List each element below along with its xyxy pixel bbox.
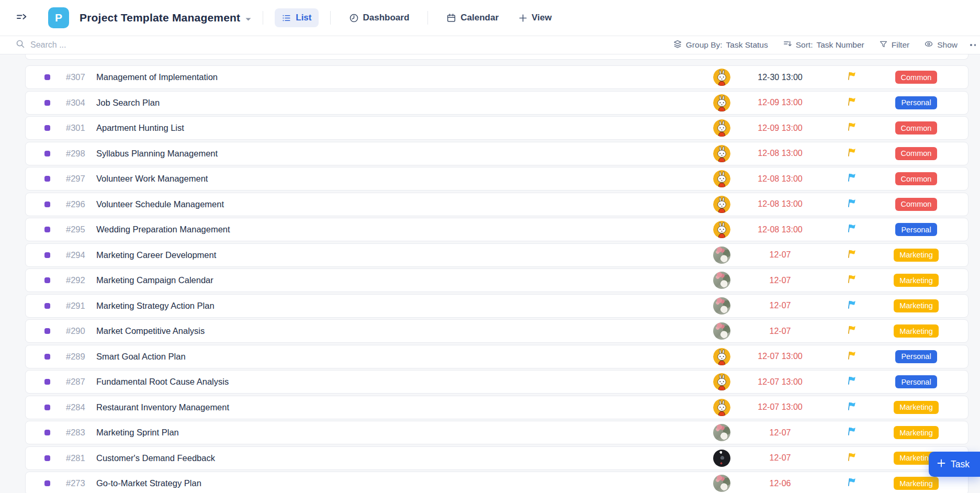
assignee-avatar[interactable] bbox=[713, 94, 730, 111]
priority-flag-icon[interactable] bbox=[848, 97, 857, 108]
priority-flag-icon[interactable] bbox=[848, 148, 857, 159]
show-button[interactable]: Show bbox=[924, 39, 958, 51]
task-name[interactable]: Customer's Demand Feedback bbox=[96, 453, 710, 463]
sort-button[interactable]: Sort: Task Number bbox=[783, 39, 864, 51]
priority-flag-icon[interactable] bbox=[848, 173, 857, 184]
due-date[interactable]: 12-08 13:00 bbox=[733, 149, 827, 158]
task-row[interactable]: #291 Marketing Strategy Action Plan 12-0… bbox=[25, 294, 968, 318]
task-row[interactable]: #307 Management of Implementation 12-30 … bbox=[25, 65, 968, 89]
task-row[interactable]: #294 Marketing Career Development 12-07 … bbox=[25, 243, 968, 267]
priority-flag-icon[interactable] bbox=[848, 275, 857, 286]
due-date[interactable]: 12-07 bbox=[733, 428, 827, 438]
due-date[interactable]: 12-09 13:00 bbox=[733, 98, 827, 107]
tag-badge[interactable]: Common bbox=[895, 172, 938, 185]
task-name[interactable]: Volunteer Schedule Management bbox=[96, 199, 710, 209]
tag-badge[interactable]: Marketing bbox=[894, 426, 939, 439]
assignee-avatar[interactable] bbox=[713, 221, 730, 238]
task-row[interactable]: #273 Go-to-Market Strategy Plan 12-06 Ma… bbox=[25, 472, 968, 493]
task-name[interactable]: Marketing Strategy Action Plan bbox=[96, 301, 710, 311]
task-row[interactable]: #296 Volunteer Schedule Management 12-08… bbox=[25, 193, 968, 216]
task-name[interactable]: Wedding Preparation Management bbox=[96, 225, 710, 234]
tag-badge[interactable]: Common bbox=[895, 147, 938, 160]
status-square[interactable] bbox=[44, 201, 50, 207]
add-view-button[interactable]: View bbox=[512, 8, 558, 27]
assignee-avatar[interactable] bbox=[713, 424, 730, 441]
assignee-avatar[interactable] bbox=[713, 399, 730, 416]
project-title-dropdown[interactable]: Project Template Management bbox=[80, 12, 251, 24]
priority-flag-icon[interactable] bbox=[848, 250, 857, 261]
task-row[interactable]: #283 Marketing Sprint Plan 12-07 Marketi… bbox=[25, 421, 968, 444]
tag-badge[interactable]: Marketing bbox=[894, 324, 939, 338]
tab-list[interactable]: List bbox=[275, 8, 318, 27]
assignee-avatar[interactable] bbox=[713, 348, 730, 365]
tag-badge[interactable]: Personal bbox=[895, 223, 937, 236]
task-row[interactable]: #304 Job Search Plan 12-09 13:00 Persona… bbox=[25, 91, 968, 115]
task-name[interactable]: Restaurant Inventory Management bbox=[96, 402, 710, 412]
status-square[interactable] bbox=[44, 354, 50, 360]
add-task-button[interactable]: Task bbox=[929, 452, 980, 477]
assignee-avatar[interactable] bbox=[713, 246, 730, 264]
task-name[interactable]: Marketing Sprint Plan bbox=[96, 428, 710, 438]
tag-badge[interactable]: Marketing bbox=[894, 477, 939, 490]
assignee-avatar[interactable] bbox=[713, 69, 730, 86]
tag-badge[interactable]: Marketing bbox=[894, 249, 939, 262]
priority-flag-icon[interactable] bbox=[848, 402, 857, 413]
tag-badge[interactable]: Personal bbox=[895, 375, 937, 388]
due-date[interactable]: 12-07 bbox=[733, 453, 827, 463]
due-date[interactable]: 12-08 13:00 bbox=[733, 199, 827, 209]
due-date[interactable]: 12-08 13:00 bbox=[733, 174, 827, 184]
tag-badge[interactable]: Personal bbox=[895, 96, 937, 109]
priority-flag-icon[interactable] bbox=[848, 453, 857, 464]
task-name[interactable]: Fundamental Root Cause Analysis bbox=[96, 377, 710, 387]
status-square[interactable] bbox=[44, 303, 50, 309]
task-name[interactable]: Apartment Hunting List bbox=[96, 123, 710, 133]
tag-badge[interactable]: Marketing bbox=[894, 401, 939, 414]
task-row[interactable]: #289 Smart Goal Action Plan 12-07 13:00 … bbox=[25, 345, 968, 368]
status-square[interactable] bbox=[44, 125, 50, 131]
status-square[interactable] bbox=[44, 379, 50, 385]
task-name[interactable]: Syllabus Planning Management bbox=[96, 149, 710, 159]
status-square[interactable] bbox=[44, 405, 50, 410]
task-name[interactable]: Management of Implementation bbox=[96, 72, 710, 82]
task-row[interactable]: #295 Wedding Preparation Management 12-0… bbox=[25, 218, 968, 241]
priority-flag-icon[interactable] bbox=[848, 351, 857, 362]
task-name[interactable]: Marketing Career Development bbox=[96, 250, 710, 260]
priority-flag-icon[interactable] bbox=[848, 199, 857, 210]
task-row[interactable]: #290 Market Competitive Analysis 12-07 M… bbox=[25, 319, 968, 343]
group-by-button[interactable]: Group By: Task Status bbox=[673, 39, 768, 51]
task-row[interactable]: #298 Syllabus Planning Management 12-08 … bbox=[25, 142, 968, 165]
tab-calendar[interactable]: Calendar bbox=[440, 8, 505, 27]
tag-badge[interactable]: Common bbox=[895, 198, 938, 211]
due-date[interactable]: 12-30 13:00 bbox=[733, 73, 827, 82]
task-name[interactable]: Go-to-Market Strategy Plan bbox=[96, 478, 710, 488]
task-row[interactable]: #284 Restaurant Inventory Management 12-… bbox=[25, 396, 968, 419]
status-square[interactable] bbox=[44, 455, 50, 461]
task-name[interactable]: Market Competitive Analysis bbox=[96, 326, 710, 336]
due-date[interactable]: 12-07 bbox=[733, 301, 827, 310]
project-logo[interactable]: P bbox=[48, 7, 69, 28]
assignee-avatar[interactable] bbox=[713, 196, 730, 213]
priority-flag-icon[interactable] bbox=[848, 224, 857, 235]
assignee-avatar[interactable] bbox=[713, 170, 730, 187]
assignee-avatar[interactable] bbox=[713, 145, 730, 162]
task-name[interactable]: Marketing Campaign Calendar bbox=[96, 275, 710, 285]
assignee-avatar[interactable] bbox=[713, 272, 730, 289]
tab-dashboard[interactable]: Dashboard bbox=[342, 8, 416, 27]
status-square[interactable] bbox=[44, 277, 50, 283]
tag-badge[interactable]: Common bbox=[895, 71, 938, 84]
status-square[interactable] bbox=[44, 74, 50, 80]
expand-sidebar-icon[interactable] bbox=[16, 11, 29, 25]
priority-flag-icon[interactable] bbox=[848, 122, 857, 133]
assignee-avatar[interactable] bbox=[713, 322, 730, 340]
status-square[interactable] bbox=[44, 480, 50, 486]
tag-badge[interactable]: Common bbox=[895, 121, 938, 135]
due-date[interactable]: 12-08 13:00 bbox=[733, 225, 827, 234]
due-date[interactable]: 12-07 13:00 bbox=[733, 402, 827, 412]
priority-flag-icon[interactable] bbox=[848, 427, 857, 438]
task-row[interactable]: #292 Marketing Campaign Calendar 12-07 M… bbox=[25, 268, 968, 292]
due-date[interactable]: 12-07 bbox=[733, 250, 827, 260]
due-date[interactable]: 12-07 bbox=[733, 276, 827, 285]
status-square[interactable] bbox=[44, 328, 50, 334]
priority-flag-icon[interactable] bbox=[848, 376, 857, 387]
status-square[interactable] bbox=[44, 176, 50, 182]
